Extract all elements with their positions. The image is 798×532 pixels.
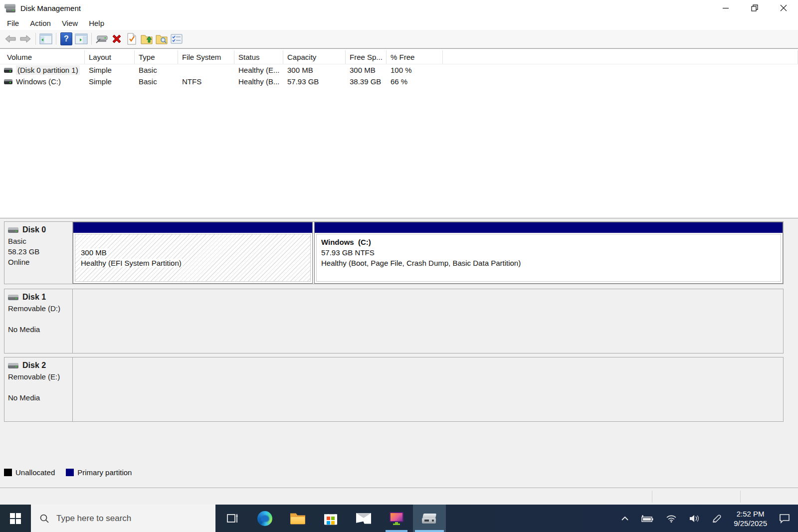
date: 9/25/2025 — [734, 519, 767, 528]
legend-primary-label: Primary partition — [77, 468, 132, 477]
close-button[interactable] — [769, 0, 798, 16]
efi-partition[interactable]: 300 MB Healthy (EFI System Partition) — [73, 222, 313, 284]
minimize-button[interactable] — [711, 0, 740, 16]
status-bar — [0, 488, 798, 505]
menu-action[interactable]: Action — [24, 17, 56, 29]
col-status[interactable]: Status — [234, 50, 283, 64]
time: 2:52 PM — [734, 509, 767, 519]
screenshot-app-button[interactable] — [380, 505, 413, 532]
primary-partition-bar — [315, 222, 783, 233]
properties-icon[interactable] — [169, 32, 184, 46]
disk-1-row: Disk 1 Removable (D:) No Media — [4, 289, 784, 354]
file-explorer-icon — [290, 513, 305, 525]
volume-icon[interactable] — [689, 514, 700, 523]
unallocated-swatch — [4, 469, 12, 476]
col-free-space[interactable]: Free Sp... — [346, 50, 387, 64]
edge-icon — [257, 511, 272, 526]
menu-file[interactable]: File — [1, 17, 24, 29]
search-placeholder: Type here to search — [56, 514, 131, 524]
show-console-tree-icon[interactable] — [38, 32, 53, 46]
taskbar: Type here to search — [0, 505, 798, 532]
microsoft-store-button[interactable] — [314, 505, 347, 532]
col-layout[interactable]: Layout — [85, 50, 135, 64]
start-button[interactable] — [0, 505, 31, 532]
disk-icon — [8, 295, 18, 300]
graphical-view-pane: Disk 0 Basic 58.23 GB Online 300 MB Heal… — [0, 218, 798, 488]
battery-icon[interactable] — [641, 515, 654, 523]
disk-icon — [8, 363, 18, 368]
col-type[interactable]: Type — [135, 50, 178, 64]
wifi-icon[interactable] — [666, 515, 677, 523]
primary-partition-bar — [73, 222, 312, 233]
disk-2-row: Disk 2 Removable (E:) No Media — [4, 357, 784, 422]
task-view-button[interactable] — [215, 505, 248, 532]
action-center-icon[interactable] — [779, 514, 790, 524]
volume-list-pane: Volume Layout Type File System Status Ca… — [0, 48, 798, 214]
open-icon[interactable] — [139, 32, 154, 46]
col-capacity[interactable]: Capacity — [283, 50, 346, 64]
windows-logo-icon — [10, 513, 21, 524]
clock[interactable]: 2:52 PM 9/25/2025 — [734, 509, 767, 528]
legend-unallocated-label: Unallocated — [15, 468, 55, 477]
back-icon[interactable] — [3, 32, 18, 46]
restore-button[interactable] — [740, 0, 769, 16]
task-view-icon — [225, 512, 239, 526]
volume-icon — [4, 79, 12, 84]
legend: Unallocated Primary partition — [4, 468, 132, 477]
pen-icon[interactable] — [712, 514, 722, 524]
volume-table-header: Volume Layout Type File System Status Ca… — [0, 50, 798, 64]
show-action-pane-icon[interactable] — [74, 32, 89, 46]
disk-0-row: Disk 0 Basic 58.23 GB Online 300 MB Heal… — [4, 221, 784, 284]
disk-icon — [8, 227, 18, 233]
search-icon — [39, 514, 49, 524]
microsoft-store-icon — [324, 512, 337, 525]
mark-active-icon[interactable] — [124, 32, 139, 46]
volume-icon — [4, 68, 12, 73]
disk-2-empty-area[interactable] — [73, 357, 783, 421]
disk-management-button[interactable] — [413, 505, 446, 532]
menu-bar: File Action View Help — [0, 16, 798, 30]
disk-management-app-icon — [4, 3, 16, 13]
table-row[interactable]: (Disk 0 partition 1) Simple Basic Health… — [0, 64, 798, 76]
screenshot-app-icon — [390, 512, 403, 525]
search-input[interactable]: Type here to search — [31, 505, 215, 532]
table-row[interactable]: Windows (C:) Simple Basic NTFS Healthy (… — [0, 76, 798, 87]
primary-partition-swatch — [66, 469, 74, 476]
file-explorer-button[interactable] — [281, 505, 314, 532]
col-volume[interactable]: Volume — [0, 50, 85, 64]
title-bar: Disk Management — [0, 0, 798, 16]
help-icon[interactable]: ? — [59, 32, 74, 46]
disk-0-info[interactable]: Disk 0 Basic 58.23 GB Online — [4, 222, 73, 284]
mail-button[interactable] — [347, 505, 380, 532]
chevron-up-icon[interactable] — [621, 516, 629, 521]
toolbar: ? — [0, 30, 798, 48]
forward-icon[interactable] — [18, 32, 33, 46]
edge-button[interactable] — [248, 505, 281, 532]
menu-view[interactable]: View — [56, 17, 83, 29]
menu-help[interactable]: Help — [83, 17, 110, 29]
windows-c-partition[interactable]: Windows (C:) 57.93 GB NTFS Healthy (Boot… — [314, 222, 783, 284]
col-filler — [443, 50, 798, 64]
disk-1-info[interactable]: Disk 1 Removable (D:) No Media — [4, 289, 73, 353]
desktop: Disk Management File Action View Help ? — [0, 0, 798, 532]
window-title: Disk Management — [20, 4, 81, 12]
disk-2-info[interactable]: Disk 2 Removable (E:) No Media — [4, 357, 73, 421]
col-pct-free[interactable]: % Free — [387, 50, 443, 64]
col-file-system[interactable]: File System — [178, 50, 234, 64]
explore-icon[interactable] — [154, 32, 169, 46]
disk-1-empty-area[interactable] — [73, 289, 783, 353]
delete-volume-icon[interactable] — [109, 32, 124, 46]
rescan-disks-icon[interactable] — [94, 32, 109, 46]
mail-icon — [356, 513, 371, 524]
disk-management-icon — [422, 513, 437, 525]
